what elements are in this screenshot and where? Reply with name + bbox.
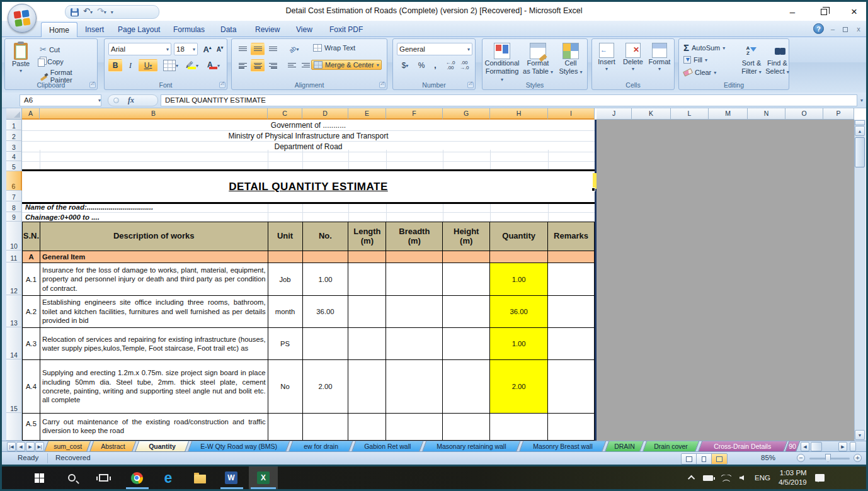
undo-icon[interactable]: ↶▾: [83, 6, 93, 18]
borders-button[interactable]: ▾: [161, 59, 180, 72]
increase-indent-button[interactable]: [299, 59, 312, 72]
hscroll-thumb[interactable]: [811, 442, 822, 451]
formula-input[interactable]: DETAIL QUANTITY ESTIMATE: [161, 94, 857, 106]
chrome-taskbar-button[interactable]: [123, 466, 151, 489]
cell-remarks[interactable]: [548, 296, 595, 328]
scroll-up-icon[interactable]: ▲: [855, 126, 865, 136]
number-dialog-launcher[interactable]: [467, 82, 474, 88]
minimize-button[interactable]: –: [783, 6, 802, 18]
tab-view[interactable]: View: [288, 22, 320, 37]
cell-description[interactable]: Carry out maintenance of the existing ro…: [40, 414, 268, 441]
header-sn[interactable]: S.N.: [23, 222, 40, 251]
row-header-8[interactable]: 8: [6, 201, 22, 212]
cell-sn[interactable]: A.5: [23, 414, 40, 441]
bottom-align-button[interactable]: [266, 43, 280, 55]
wrap-text-button[interactable]: Wrap Text: [311, 43, 357, 52]
cell-sn[interactable]: A.2: [23, 296, 40, 328]
clear-button[interactable]: Clear▾: [682, 68, 718, 77]
tab-insert[interactable]: Insert: [77, 22, 111, 37]
row-header-10[interactable]: 10: [6, 222, 22, 251]
column-header-f[interactable]: F: [386, 108, 443, 120]
row-header-16[interactable]: [6, 413, 22, 441]
row-header-13[interactable]: 13: [6, 295, 22, 327]
column-header-h[interactable]: H: [490, 108, 548, 120]
cell-description[interactable]: Insurance for the loss of damage to work…: [40, 263, 268, 296]
cell-quantity[interactable]: 1.00: [490, 263, 548, 296]
section-empty-cell[interactable]: [443, 251, 490, 263]
cell-quantity[interactable]: 2.00: [490, 360, 548, 414]
column-header-j[interactable]: J: [597, 108, 632, 120]
font-dialog-launcher[interactable]: [219, 82, 226, 88]
word-taskbar-button[interactable]: W: [217, 466, 245, 489]
currency-button[interactable]: $▾: [397, 59, 413, 72]
column-header-n[interactable]: N: [748, 108, 785, 120]
column-header-o[interactable]: O: [785, 108, 823, 120]
row-header-5[interactable]: 5: [6, 161, 22, 171]
section-empty-cell[interactable]: [268, 251, 303, 263]
comma-button[interactable]: ,: [428, 59, 442, 72]
header-breadth[interactable]: Breadth(m): [386, 222, 443, 251]
language-indicator[interactable]: ENG: [755, 474, 770, 482]
bold-button[interactable]: B: [108, 59, 122, 72]
column-header-a[interactable]: A: [22, 108, 40, 120]
cell-height[interactable]: [443, 328, 490, 360]
qat-customize-icon[interactable]: ▾: [111, 9, 113, 15]
cell-remarks[interactable]: [548, 263, 595, 296]
cell-height[interactable]: [443, 296, 490, 328]
autosum-button[interactable]: ΣAutoSum▾: [682, 43, 727, 53]
section-empty-cell[interactable]: [548, 251, 595, 263]
hscroll-left-icon[interactable]: ◀: [801, 442, 809, 451]
grow-font-button[interactable]: A▴: [200, 43, 214, 55]
search-button[interactable]: [58, 466, 86, 489]
cell-remarks[interactable]: [548, 414, 595, 441]
percent-button[interactable]: %: [414, 59, 428, 72]
column-header-p[interactable]: P: [823, 108, 854, 120]
cell-quantity[interactable]: 1.00: [490, 328, 548, 360]
fill-color-button[interactable]: 🖉▾: [183, 59, 202, 72]
formula-bar-expand-icon[interactable]: ▾: [857, 94, 866, 106]
section-empty-cell[interactable]: [303, 251, 349, 263]
cell-breadth[interactable]: [386, 328, 443, 360]
cell-no[interactable]: 1.00: [303, 263, 349, 296]
cell-sn[interactable]: A.3: [23, 328, 40, 360]
page-break-view-icon[interactable]: [712, 454, 727, 464]
decrease-indent-button[interactable]: [285, 59, 299, 72]
column-header-e[interactable]: E: [348, 108, 386, 120]
clipboard-dialog-launcher[interactable]: [89, 82, 96, 88]
redo-icon[interactable]: ↷▾: [97, 6, 106, 18]
format-as-table-button[interactable]: Formatas Table ▾: [522, 43, 554, 75]
vertical-scrollbar[interactable]: [854, 120, 865, 441]
header-remarks[interactable]: Remarks: [548, 222, 595, 251]
help-icon[interactable]: ?: [813, 23, 824, 34]
sheet-tab-drain-cover[interactable]: Drain cover: [642, 441, 699, 452]
cell-unit[interactable]: PS: [268, 328, 303, 360]
column-header-i[interactable]: I: [548, 108, 595, 120]
cell-height[interactable]: [443, 360, 490, 414]
fill-button[interactable]: Fill▾: [682, 55, 709, 64]
row-header-14[interactable]: 14: [6, 327, 22, 359]
cell-remarks[interactable]: [548, 360, 595, 414]
header-unit[interactable]: Unit: [268, 222, 303, 251]
speaker-icon[interactable]: [740, 475, 744, 480]
cell-no[interactable]: 36.00: [303, 296, 349, 328]
cell-length[interactable]: [348, 296, 386, 328]
restore-button[interactable]: [814, 6, 833, 18]
header-description[interactable]: Description of works: [40, 222, 268, 251]
row-header-3[interactable]: 3: [6, 141, 22, 152]
paste-button[interactable]: Paste▾: [8, 43, 34, 74]
cell-sn[interactable]: A.1: [23, 263, 40, 296]
cell-description[interactable]: Relocation of services and repairing for…: [40, 328, 268, 360]
sheet-tab-masonary-retaining-wall[interactable]: Masonary retaining wall: [422, 441, 520, 452]
workbook-minimize-icon[interactable]: –: [827, 25, 838, 33]
italic-button[interactable]: I: [123, 59, 137, 72]
hscroll-right-icon[interactable]: ▶: [838, 442, 847, 451]
explorer-taskbar-button[interactable]: [186, 466, 214, 489]
cell-length[interactable]: [348, 328, 386, 360]
tab-page-layout[interactable]: Page Layout: [110, 22, 168, 37]
page-layout-view-icon[interactable]: [697, 454, 712, 464]
row-header-4[interactable]: 4: [6, 152, 22, 161]
scrollbar-split-handle[interactable]: [855, 120, 865, 125]
sheet-tab-ew-for-drain[interactable]: ew for drain: [288, 441, 353, 452]
orientation-button[interactable]: ab▾: [285, 43, 304, 55]
conditional-formatting-button[interactable]: ConditionalFormatting ▾: [484, 43, 520, 83]
